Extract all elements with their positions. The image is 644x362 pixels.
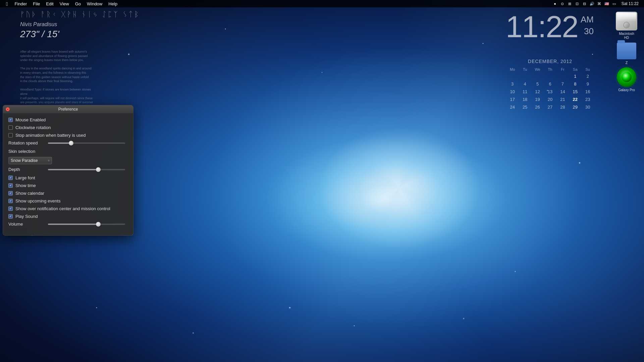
show-upcoming-checkbox[interactable] <box>8 199 13 203</box>
cal-day-7[interactable]: 7 <box>557 80 569 87</box>
apple-menu[interactable]:  <box>3 0 11 7</box>
galaxy-pro-label: Galaxy Pro <box>618 88 635 92</box>
wifi-icon[interactable]: ⌘ <box>597 1 602 6</box>
stop-animation-checkbox[interactable] <box>8 133 13 137</box>
cal-header-fr: Fr <box>557 67 569 72</box>
widget-area: ᚠᚢᚦ ᚨᚱᚲ ᚷᚹᚺ ᚾᛁᛃ ᛇᛈᛉ ᛊᛏᛒ Nivis Paradisus … <box>20 10 140 109</box>
depth-thumb[interactable] <box>96 167 101 172</box>
show-over-row: Show over notification center and missio… <box>8 206 128 211</box>
cal-day-5[interactable]: 5 <box>532 80 543 87</box>
show-calendar-row: Show calendar <box>8 191 128 196</box>
cal-header-su: Su <box>582 67 594 72</box>
menu-help[interactable]: Help <box>106 0 120 7</box>
cal-day-24[interactable]: 24 <box>506 104 518 111</box>
rotation-speed-row: Rotation speed <box>8 140 128 145</box>
clockwise-checkbox[interactable] <box>8 125 13 130</box>
skin-selection-label-row: Skin selection <box>8 149 128 156</box>
cal-day-27[interactable]: 27 <box>544 104 556 111</box>
cal-day-28[interactable]: 28 <box>557 104 569 111</box>
cal-day-2[interactable]: 2 <box>582 73 594 80</box>
volume-icon[interactable]: 🔊 <box>589 1 595 6</box>
preference-dialog: Preference Mouse Enabled Clockwise rotat… <box>3 105 133 236</box>
widget-text-block: After all elegant leaves have bowed with… <box>20 50 94 109</box>
menubar-icon-2[interactable]: ⊡ <box>575 1 580 6</box>
skin-dropdown[interactable]: Snow Paradise ▿ <box>8 157 52 164</box>
rotation-speed-thumb[interactable] <box>69 141 73 145</box>
cal-day-16[interactable]: 16 <box>582 88 594 95</box>
large-font-label: Large font <box>15 175 35 180</box>
cal-header-mo: Mo <box>506 67 518 72</box>
volume-label: Volume <box>8 222 45 227</box>
play-sound-label: Play Sound <box>15 214 38 219</box>
cal-day-12[interactable]: 12 <box>532 88 543 95</box>
stop-animation-label: Stop animation when battery is used <box>15 133 86 138</box>
dropdown-arrow-icon: ▿ <box>48 159 50 162</box>
large-font-checkbox[interactable] <box>8 176 13 180</box>
volume-track[interactable] <box>48 224 125 225</box>
menu-view[interactable]: View <box>57 0 72 7</box>
show-calendar-checkbox[interactable] <box>8 191 13 195</box>
stop-animation-row: Stop animation when battery is used <box>8 133 128 138</box>
menu-window[interactable]: Window <box>84 0 105 7</box>
menu-finder[interactable]: Finder <box>12 0 30 7</box>
cal-day-14[interactable]: 14 <box>557 88 569 95</box>
cal-day-25[interactable]: 25 <box>519 104 531 111</box>
cal-day-22[interactable]: 22 <box>569 96 581 103</box>
battery-icon[interactable]: ▭ <box>611 1 617 6</box>
cal-day-23[interactable]: 23 <box>582 96 594 103</box>
menu-go[interactable]: Go <box>72 0 84 7</box>
clockwise-label: Clockwise rotation <box>15 125 51 130</box>
menubar-icon-3[interactable]: ⊟ <box>582 1 587 6</box>
menubar-icon-1[interactable]: ⊞ <box>567 1 573 6</box>
cal-day-19[interactable]: 19 <box>532 96 543 103</box>
folder-label: Z <box>626 61 628 65</box>
cal-day-11[interactable]: 11 <box>519 88 531 95</box>
cal-day-29[interactable]: 29 <box>569 104 581 111</box>
folder-icon-z[interactable]: Z <box>617 43 636 65</box>
cal-day-26[interactable]: 26 <box>532 104 543 111</box>
skin-selection-label: Skin selection <box>8 149 35 154</box>
clock-time: 11:22 <box>506 12 578 42</box>
hd-label: MacintoshHD <box>619 32 634 40</box>
cal-day-1[interactable]: 1 <box>569 73 581 80</box>
skin-dropdown-value: Snow Paradise <box>11 158 38 163</box>
cal-day-13[interactable]: 13 <box>544 88 556 95</box>
depth-track[interactable] <box>48 169 125 170</box>
show-time-checkbox[interactable] <box>8 183 13 188</box>
galaxy-pro-icon[interactable]: Galaxy Pro <box>617 67 636 92</box>
show-over-checkbox[interactable] <box>8 206 13 211</box>
menu-file[interactable]: File <box>30 0 43 7</box>
mouse-enabled-checkbox[interactable] <box>8 118 13 122</box>
rotation-speed-label: Rotation speed <box>8 140 45 145</box>
cal-day-18[interactable]: 18 <box>519 96 531 103</box>
menubar:  Finder File Edit View Go Window Help ●… <box>0 0 644 7</box>
volume-thumb[interactable] <box>96 222 101 227</box>
cal-day-30[interactable]: 30 <box>582 104 594 111</box>
mouse-enabled-label: Mouse Enabled <box>15 117 46 122</box>
rotation-speed-track[interactable] <box>48 142 125 144</box>
flag-icon[interactable]: 🇺🇸 <box>604 1 609 6</box>
cal-day-8[interactable]: 8 <box>569 80 581 87</box>
pref-dialog-title: Preference <box>58 107 78 112</box>
close-button[interactable] <box>6 107 10 111</box>
cal-day-10[interactable]: 10 <box>506 88 518 95</box>
menubar-time[interactable]: Sat 11:22 <box>619 0 641 7</box>
cal-day-21[interactable]: 21 <box>557 96 569 103</box>
hd-drive-visual <box>616 12 637 31</box>
menu-edit[interactable]: Edit <box>43 0 56 7</box>
cal-day-17[interactable]: 17 <box>506 96 518 103</box>
cal-day-6[interactable]: 6 <box>544 80 556 87</box>
calendar-widget: DECEMBER, 2012 MoTuWeThFrSaSu12345678910… <box>506 59 594 111</box>
cal-day-3[interactable]: 3 <box>506 80 518 87</box>
cal-day-15[interactable]: 15 <box>569 88 581 95</box>
cal-day-20[interactable]: 20 <box>544 96 556 103</box>
cal-day-9[interactable]: 9 <box>582 80 594 87</box>
hd-drive-icon[interactable]: MacintoshHD <box>616 12 637 40</box>
time-machine-icon[interactable]: ⊙ <box>560 1 565 6</box>
play-sound-checkbox[interactable] <box>8 214 13 219</box>
spotlight-icon[interactable]: ● <box>552 1 558 6</box>
dock-right: MacintoshHD Z Galaxy Pro <box>616 12 637 92</box>
menubar-right: ● ⊙ ⊞ ⊡ ⊟ 🔊 ⌘ 🇺🇸 ▭ Sat 11:22 <box>552 0 644 7</box>
cal-day-4[interactable]: 4 <box>519 80 531 87</box>
menubar-left:  Finder File Edit View Go Window Help <box>0 0 120 7</box>
